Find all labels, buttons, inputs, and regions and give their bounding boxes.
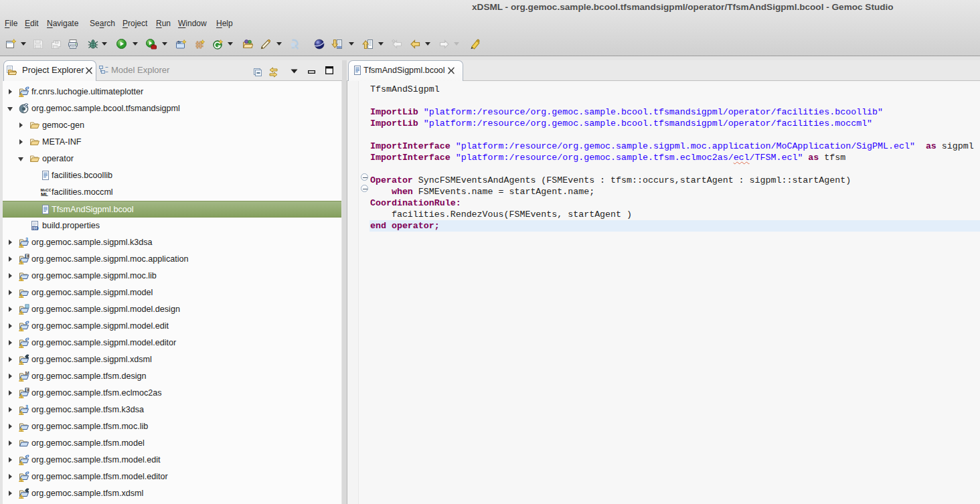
svg-text:010: 010 (33, 227, 39, 231)
svg-text:3: 3 (25, 404, 28, 409)
svg-text:3: 3 (25, 237, 28, 242)
svg-text:E: E (26, 254, 29, 258)
svg-text:M: M (25, 371, 29, 376)
svg-text:E: E (26, 388, 29, 392)
svg-text:Gr: Gr (177, 41, 181, 44)
svg-text:ML: ML (41, 191, 48, 197)
